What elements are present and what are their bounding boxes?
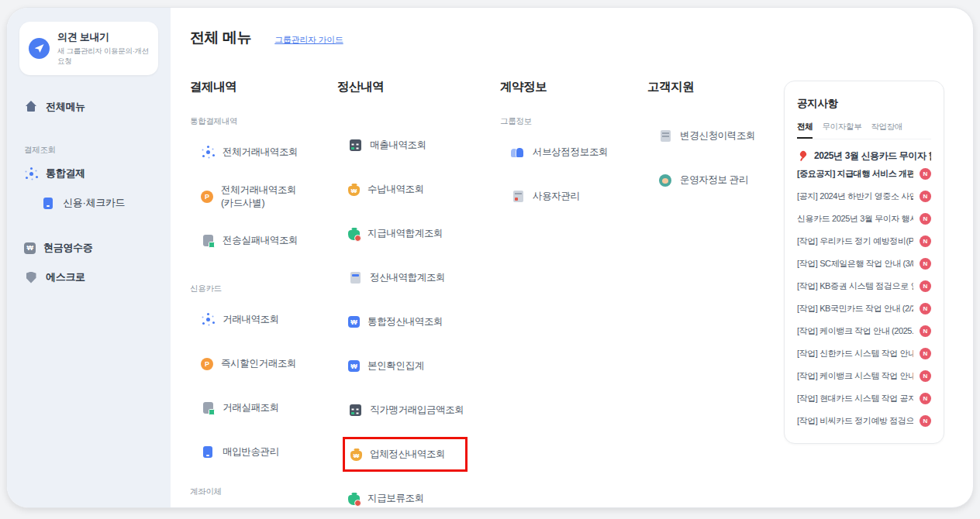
cash-receipt-icon	[24, 242, 36, 254]
menu-item-settlement-total[interactable]: 정산내역합계조회	[337, 256, 500, 300]
section-label: 통합결제내역	[190, 116, 337, 127]
notice-item[interactable]: [작업] 케이뱅크 작업 안내 (2025.0... N	[797, 320, 931, 342]
notice-item[interactable]: [작업] SC제일은행 작업 안내 (3/8) N	[797, 253, 931, 275]
new-badge: N	[920, 325, 931, 337]
won-square-blue-icon	[348, 360, 360, 372]
sidebar-item-integrated-payment[interactable]: 통합결제	[7, 159, 171, 188]
menu-item-receipt-inquiry[interactable]: 수납내역조회	[337, 167, 500, 211]
sidebar: 의견 보내기 새 그룹관리자 이용문의·개선요청 전체메뉴 결제조회 통합결제 …	[7, 8, 171, 507]
menu-item-transfer-failure[interactable]: 전송실패내역조회	[190, 218, 337, 263]
sidebar-item-cash-receipt[interactable]: 현금영수증	[7, 233, 171, 263]
operator-icon	[658, 174, 672, 187]
menu-item-vendor-settlement-highlighted[interactable]: 업체정산내역조회	[343, 437, 468, 472]
new-badge: N	[920, 213, 931, 225]
column-title: 정산내역	[337, 79, 500, 95]
notice-item[interactable]: [작업] 우리카드 정기 예방정비(PM) ... N	[797, 230, 931, 253]
menu-item-all-transactions-by-card[interactable]: 전체거래내역조회(카드사별)	[190, 174, 337, 218]
column-title: 고객지원	[647, 79, 784, 95]
menu-item-operator-info[interactable]: 운영자정보 관리	[647, 158, 784, 202]
app-window: 의견 보내기 새 그룹관리자 이용문의·개선요청 전체메뉴 결제조회 통합결제 …	[6, 7, 974, 508]
menu-item-transaction-failure[interactable]: 거래실패조회	[190, 386, 337, 430]
scatter-icon	[201, 313, 215, 327]
sidebar-item-escrow[interactable]: 에스크로	[7, 263, 171, 292]
card-fail-icon	[201, 401, 215, 415]
tab-maintenance[interactable]: 작업장애	[871, 122, 902, 139]
column-title: 결제내역	[190, 79, 337, 95]
users-icon	[511, 146, 525, 160]
section-label: 신용카드	[190, 284, 337, 294]
menu-item-sales-inquiry[interactable]: 매출내역조회	[337, 123, 500, 167]
discount-icon	[201, 191, 213, 203]
credit-card-icon	[41, 196, 55, 210]
feedback-text: 의견 보내기 새 그룹관리자 이용문의·개선요청	[57, 30, 149, 67]
menu-item-change-request-history[interactable]: 변경신청이력조회	[647, 114, 784, 158]
notice-item[interactable]: [공지] 2024년 하반기 영중소 사업... N	[797, 185, 931, 208]
new-badge: N	[920, 393, 931, 404]
column-settlement-history: 정산내역 매출내역조회 수납내역조회 지급내역합계조회	[337, 79, 500, 507]
sidebar-item-credit-check-card[interactable]: 신용·체크카드	[7, 188, 171, 218]
scatter-icon	[201, 146, 215, 160]
tab-all[interactable]: 전체	[797, 122, 813, 139]
tab-interest-free[interactable]: 무이자할부	[822, 122, 861, 139]
moneybag-green-icon	[348, 230, 360, 240]
card-fail-icon	[201, 234, 215, 248]
new-badge: N	[920, 168, 931, 180]
new-badge: N	[920, 235, 931, 247]
menu-item-sub-store-info[interactable]: 서브상점정보조회	[500, 130, 647, 174]
notices-title: 공지사항	[797, 97, 931, 111]
page-title: 전체 메뉴	[190, 28, 251, 48]
menu-item-purchase-return[interactable]: 매입반송관리	[190, 430, 337, 474]
calculator-icon	[348, 404, 362, 418]
menu-item-payment-hold[interactable]: 지급보류조회	[337, 476, 500, 507]
notice-item[interactable]: [작업] KB국민카드 작업 안내 (2/23) N	[797, 297, 931, 320]
sidebar-section-payment-inquiry: 결제조회	[7, 145, 171, 156]
document-blue-icon	[350, 272, 361, 284]
section-label: 그룹정보	[500, 116, 647, 127]
document-gray-icon	[661, 130, 671, 142]
calculator-icon	[348, 139, 362, 153]
column-payment-history: 결제내역 통합결제내역 전체거래내역조회 전체거래내역조회(카드사별)	[190, 79, 337, 507]
notice-item[interactable]: [작업] 케이뱅크 시스템 작업 안내 (3... N	[797, 365, 931, 387]
notice-item[interactable]: [작업] KB증권 시스템 점검으로 인... N	[797, 275, 931, 297]
column-title: 계약정보	[500, 79, 647, 95]
sidebar-item-label: 신용·체크카드	[63, 196, 125, 210]
notice-item[interactable]: 신용카드 2025년 3월 무이자 행사 ... N	[797, 208, 931, 230]
notice-item[interactable]: [작업] 신한카드 시스템 작업 안내(2... N	[797, 342, 931, 365]
menu-item-transaction-inquiry[interactable]: 거래내역조회	[190, 297, 337, 342]
main-content: 전체 메뉴 그룹관리자 가이드 결제내역 통합결제내역 전체거래내역조회	[171, 8, 973, 507]
new-badge: N	[920, 370, 931, 382]
feedback-subtitle: 새 그룹관리자 이용문의·개선요청	[57, 46, 149, 67]
column-contract-info: 계약정보 그룹정보 서브상점정보조회 사용자관리	[500, 79, 647, 507]
notice-item[interactable]: [작업] 비씨카드 정기예방 점검으로 ... N	[797, 410, 931, 432]
main-header: 전체 메뉴 그룹관리자 가이드	[190, 28, 958, 48]
menu-item-all-transactions[interactable]: 전체거래내역조회	[190, 130, 337, 174]
notice-item[interactable]: [중요공지] 지급대행 서비스 개편 안... N	[797, 163, 931, 185]
notices-panel: 공지사항 전체 무이자할부 작업장애 2025년 3월 신용카드 무이자 할부 …	[784, 81, 944, 444]
section-label: 계좌이체	[190, 486, 337, 497]
menu-item-direct-merchant-deposit[interactable]: 직가맹거래입금액조회	[337, 388, 500, 432]
group-admin-guide-link[interactable]: 그룹관리자 가이드	[274, 34, 343, 46]
notice-item[interactable]: [작업] 현대카드 시스템 작업 공지(2... N	[797, 387, 931, 410]
notices-tabs: 전체 무이자할부 작업장애	[797, 122, 931, 139]
menu-item-instant-discount[interactable]: 즉시할인거래조회	[190, 342, 337, 386]
discount-icon	[201, 358, 213, 370]
menu-item-payment-total[interactable]: 지급내역합계조회	[337, 211, 500, 256]
menu-columns: 결제내역 통합결제내역 전체거래내역조회 전체거래내역조회(카드사별)	[190, 79, 784, 507]
menu-item-identity-verification[interactable]: 본인확인집계	[337, 344, 500, 388]
won-square-blue-icon	[348, 316, 360, 328]
sidebar-item-all-menu[interactable]: 전체메뉴	[7, 92, 171, 122]
menu-item-integrated-settlement[interactable]: 통합정산내역조회	[337, 300, 500, 344]
new-badge: N	[920, 258, 931, 270]
sidebar-item-label: 에스크로	[46, 270, 85, 284]
moneybag-yellow-icon	[350, 451, 362, 461]
new-badge: N	[920, 348, 931, 359]
menu-item-user-management[interactable]: 사용자관리	[500, 174, 647, 218]
escrow-shield-icon	[24, 270, 38, 284]
feedback-title: 의견 보내기	[57, 30, 149, 44]
pinned-notice[interactable]: 2025년 3월 신용카드 무이자 할부	[797, 150, 931, 163]
feedback-card[interactable]: 의견 보내기 새 그룹관리자 이용문의·개선요청	[19, 22, 158, 75]
document-red-icon	[513, 191, 523, 202]
new-badge: N	[920, 415, 931, 427]
moneybag-green-icon	[348, 495, 360, 505]
page-background: 의견 보내기 새 그룹관리자 이용문의·개선요청 전체메뉴 결제조회 통합결제 …	[0, 0, 980, 519]
